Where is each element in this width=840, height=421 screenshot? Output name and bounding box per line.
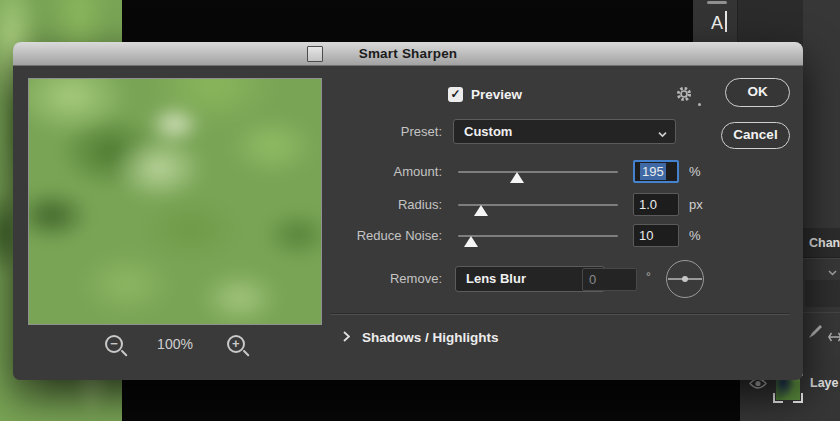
- amount-label: Amount:: [253, 158, 442, 186]
- zoom-out-button[interactable]: −: [105, 335, 123, 353]
- radius-input[interactable]: 1.0: [633, 193, 679, 216]
- dialog-titlebar[interactable]: Smart Sharpen: [13, 42, 803, 66]
- shadows-highlights-section[interactable]: Shadows / Highlights: [343, 327, 499, 347]
- radius-slider[interactable]: [458, 191, 618, 219]
- amount-slider[interactable]: [458, 158, 618, 186]
- ok-button[interactable]: OK: [725, 78, 790, 107]
- slider-thumb[interactable]: [464, 236, 478, 247]
- text-caret: [725, 11, 727, 32]
- radius-label: Radius:: [253, 191, 442, 219]
- remove-value: Lens Blur: [466, 271, 526, 286]
- preview-toggle[interactable]: ✓ Preview: [448, 86, 522, 103]
- dialog-title: Smart Sharpen: [13, 42, 803, 65]
- photoshop-workspace: A Chan Laye S: [0, 0, 840, 421]
- angle-dial[interactable]: [666, 260, 704, 298]
- amount-input[interactable]: 195: [633, 160, 679, 183]
- preset-row: Preset: Custom: [13, 119, 803, 145]
- panel-grip: [707, 1, 727, 4]
- channels-tab[interactable]: Chan: [803, 228, 840, 258]
- reduce-noise-input[interactable]: 10: [633, 224, 679, 247]
- settings-gear-icon[interactable]: [675, 85, 693, 107]
- zoom-level-label[interactable]: 100%: [157, 336, 193, 352]
- slider-thumb[interactable]: [474, 205, 488, 216]
- type-tool-panel: A: [693, 0, 738, 46]
- selection-bracket: [773, 393, 783, 403]
- move-arrows-icon[interactable]: [828, 328, 840, 346]
- slider-track: [458, 235, 618, 237]
- reduce-noise-value: 10: [639, 228, 653, 243]
- smart-sharpen-dialog: Smart Sharpen − 100% + ✓ Preview OK Canc…: [13, 42, 803, 380]
- type-letter: A: [711, 13, 723, 33]
- layer-name-label: Laye: [810, 376, 839, 390]
- remove-label: Remove:: [253, 265, 442, 293]
- reduce-noise-unit: %: [689, 222, 701, 250]
- plus-icon: +: [232, 336, 240, 351]
- preview-zoom-controls: − 100% +: [28, 332, 322, 356]
- reduce-noise-slider[interactable]: [458, 222, 618, 250]
- radius-value: 1.0: [639, 197, 657, 212]
- selection-bracket: [793, 393, 803, 403]
- slider-track: [458, 171, 618, 173]
- preset-dropdown[interactable]: Custom: [453, 119, 676, 144]
- zoom-in-button[interactable]: +: [227, 335, 245, 353]
- preset-label: Preset:: [253, 119, 442, 145]
- amount-row: Amount: 195 %: [13, 158, 803, 186]
- section-divider: [330, 314, 790, 315]
- panel-divider: [803, 312, 840, 313]
- preview-checkbox[interactable]: ✓: [448, 87, 463, 102]
- amount-unit: %: [689, 158, 701, 186]
- preview-label: Preview: [471, 87, 522, 102]
- channel-row[interactable]: [805, 280, 840, 307]
- panel-divider: [803, 258, 840, 259]
- type-cursor-area: A: [711, 11, 727, 34]
- shadows-highlights-label: Shadows / Highlights: [362, 330, 499, 345]
- chevron-down-icon[interactable]: [828, 262, 837, 280]
- remove-row: Remove: Lens Blur 0 °: [13, 265, 803, 293]
- chevron-down-icon: [658, 121, 667, 144]
- brush-icon[interactable]: [807, 323, 824, 344]
- check-icon: ✓: [450, 87, 460, 101]
- amount-value: 195: [640, 163, 666, 180]
- gear-menu-dot: [698, 103, 701, 106]
- angle-input[interactable]: 0: [582, 268, 637, 291]
- preset-value: Custom: [464, 124, 512, 139]
- radius-row: Radius: 1.0 px: [13, 191, 803, 219]
- minus-icon: −: [110, 336, 118, 351]
- reduce-noise-row: Reduce Noise: 10 %: [13, 222, 803, 250]
- radius-unit: px: [689, 191, 703, 219]
- reduce-noise-label: Reduce Noise:: [253, 222, 442, 250]
- degree-symbol: °: [646, 265, 651, 289]
- chevron-right-icon: [343, 328, 350, 346]
- slider-thumb[interactable]: [510, 172, 524, 183]
